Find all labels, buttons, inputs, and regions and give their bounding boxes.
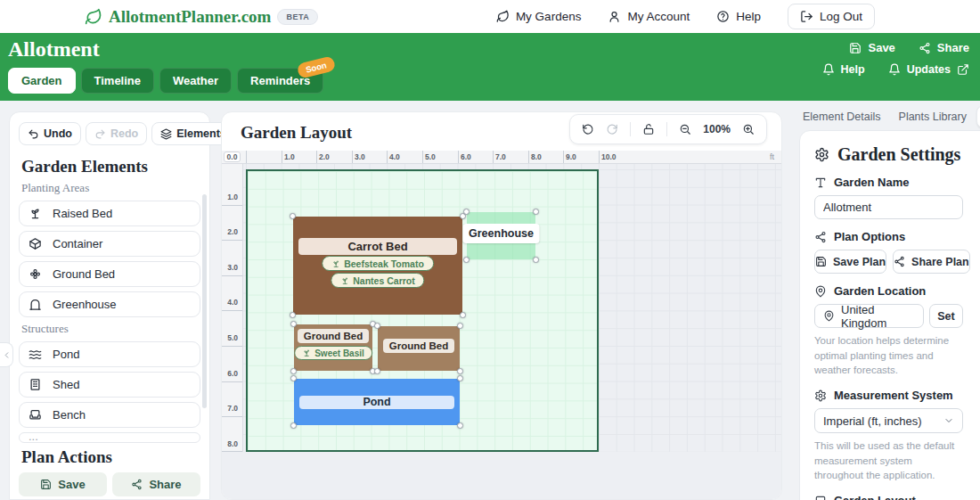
resize-handle[interactable] <box>290 213 296 219</box>
ruler-tick: 8.0 <box>531 152 542 161</box>
tab-reminders[interactable]: RemindersSoon <box>237 68 323 94</box>
app-tabs: Garden Timeline Weather RemindersSoon <box>8 68 323 94</box>
sidebar-item-raised-bed[interactable]: Raised Bed <box>19 201 200 226</box>
lock-open-icon[interactable] <box>642 123 655 135</box>
zoom-in-icon[interactable] <box>742 123 755 135</box>
layers-icon <box>160 128 172 140</box>
sidebar-item-greenhouse[interactable]: Greenhouse <box>19 291 200 317</box>
ruler-tick: 7.0 <box>227 404 238 413</box>
sprout-icon <box>331 259 340 268</box>
canvas-toolbar: 100% <box>569 114 767 144</box>
canvas-undo-icon[interactable] <box>582 123 594 135</box>
element-label: Ground Bed <box>383 339 454 353</box>
sidebar-collapse-button[interactable] <box>0 342 13 367</box>
canvas-redo-icon[interactable] <box>606 123 618 135</box>
resize-handle[interactable] <box>533 209 539 215</box>
location-help-text: Your location helps determine optimal pl… <box>814 333 963 378</box>
tab-garden[interactable]: Garden <box>8 68 76 94</box>
sidebar-item-pond[interactable]: Pond <box>19 341 200 367</box>
share-button[interactable]: Share <box>919 41 969 54</box>
resize-handle[interactable] <box>457 368 463 374</box>
resize-handle[interactable] <box>463 257 470 263</box>
bench-icon <box>29 408 42 422</box>
location-input[interactable]: United Kingdom <box>814 304 924 328</box>
redo-button[interactable]: Redo <box>86 122 147 145</box>
element-label: Pond <box>299 396 454 409</box>
log-out-button[interactable]: Log Out <box>788 4 875 29</box>
brand[interactable]: AllotmentPlanner.com BETA <box>85 7 318 27</box>
settings-panel: Element Details Plants Library Settings … <box>789 101 980 500</box>
sidebar-item-container[interactable]: Container <box>19 231 200 257</box>
soon-badge: Soon <box>296 55 336 79</box>
resize-handle[interactable] <box>290 422 297 429</box>
gear-icon <box>814 147 829 162</box>
sidebar-item-ground-bed[interactable]: Ground Bed <box>19 261 200 287</box>
ruler-tick: 2.0 <box>319 152 330 161</box>
save-plan-button[interactable]: Save Plan <box>814 250 886 274</box>
undo-button[interactable]: Undo <box>19 122 81 145</box>
tab-element-details[interactable]: Element Details <box>795 105 889 128</box>
save-button[interactable]: Save <box>849 41 894 54</box>
zoom-out-icon[interactable] <box>679 123 691 135</box>
drawing-area[interactable]: 0.0 1.0 2.0 3.0 4.0 5.0 6.0 7.0 8.0 9.0 … <box>222 151 781 499</box>
garden-element-carrot-bed[interactable]: Carrot Bed Beefsteak Tomato Nantes Carro… <box>293 217 462 315</box>
set-location-button[interactable]: Set <box>929 304 963 328</box>
sidebar-item-bench[interactable]: Bench <box>19 402 200 428</box>
leaf-logo-icon <box>85 8 102 26</box>
ruler-tick: 5.0 <box>227 333 238 342</box>
share-icon <box>919 42 931 54</box>
plan-save-button[interactable]: Save <box>19 472 107 496</box>
resize-handle[interactable] <box>374 368 380 374</box>
divider <box>666 122 667 136</box>
nav-my-account[interactable]: My Account <box>608 10 690 23</box>
resize-handle[interactable] <box>457 422 463 429</box>
canvas-grid[interactable]: 1.0 2.0 3.0 4.0 5.0 6.0 7.0 8.0 Carrot B… <box>222 164 781 452</box>
square-icon <box>814 495 827 500</box>
sidebar-item-shed[interactable]: Shed <box>19 372 200 398</box>
tab-settings[interactable]: Settings <box>976 105 980 128</box>
resize-handle[interactable] <box>533 257 539 263</box>
resize-handle[interactable] <box>374 323 380 329</box>
resize-handle[interactable] <box>290 321 297 327</box>
help-button[interactable]: Help <box>822 63 865 76</box>
log-out-icon <box>800 10 813 23</box>
garden-name-input[interactable] <box>814 195 963 219</box>
divider <box>630 122 631 136</box>
tab-timeline[interactable]: Timeline <box>81 68 155 94</box>
nav-help[interactable]: Help <box>716 10 761 23</box>
tab-weather[interactable]: Weather <box>159 68 232 94</box>
garden-element-ground-bed-1[interactable]: Ground Bed Sweet Basil <box>294 324 372 371</box>
share-plan-button[interactable]: Share Plan <box>893 250 970 274</box>
waves-icon <box>29 348 42 361</box>
resize-handle[interactable] <box>290 375 297 381</box>
garden-element-ground-bed-2[interactable]: Ground Bed <box>378 326 460 371</box>
resize-handle[interactable] <box>290 368 297 374</box>
resize-handle[interactable] <box>457 323 463 329</box>
nav-my-gardens[interactable]: My Gardens <box>496 10 582 23</box>
sidebar-item-more[interactable]: ... <box>19 432 200 443</box>
plan-options-label: Plan Options <box>814 230 963 243</box>
app-bar: Allotment Garden Timeline Weather Remind… <box>0 33 980 101</box>
share-icon <box>814 231 827 243</box>
garden-name-label: Garden Name <box>814 176 963 189</box>
sprout-icon <box>340 276 349 285</box>
updates-button[interactable]: Updates <box>888 63 969 76</box>
measurement-system-select[interactable]: Imperial (ft, inches) <box>814 408 963 433</box>
plant-tag[interactable]: Beefsteak Tomato <box>322 256 434 271</box>
ruler-tick: 4.0 <box>389 152 400 161</box>
resize-handle[interactable] <box>457 375 463 381</box>
garden-element-pond[interactable]: Pond <box>294 379 460 425</box>
plan-share-button[interactable]: Share <box>112 472 200 496</box>
resize-handle[interactable] <box>290 312 296 318</box>
garden-element-greenhouse[interactable]: Greenhouse <box>467 212 535 259</box>
sidebar-toolbar: Undo Redo Elements <box>19 122 200 145</box>
ruler-unit: ft <box>770 152 774 161</box>
resize-handle[interactable] <box>460 312 466 318</box>
tab-plants-library[interactable]: Plants Library <box>891 105 975 128</box>
sidebar-scrollbar[interactable] <box>202 194 207 408</box>
plant-tag[interactable]: Sweet Basil <box>294 346 372 360</box>
map-pin-icon <box>823 310 835 322</box>
resize-handle[interactable] <box>463 209 470 215</box>
map-pin-icon <box>814 285 827 298</box>
plant-tag[interactable]: Nantes Carrot <box>331 273 424 288</box>
